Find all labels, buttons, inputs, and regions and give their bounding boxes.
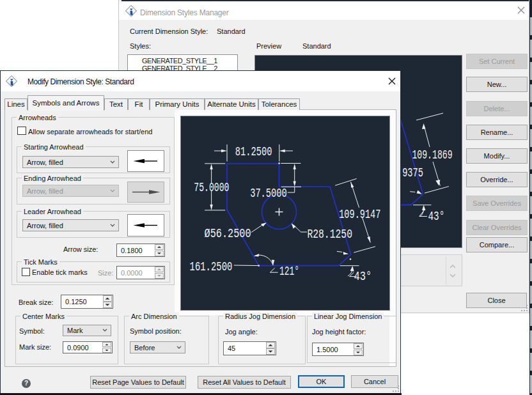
svg-text:109.1869: 109.1869 [412,148,452,162]
